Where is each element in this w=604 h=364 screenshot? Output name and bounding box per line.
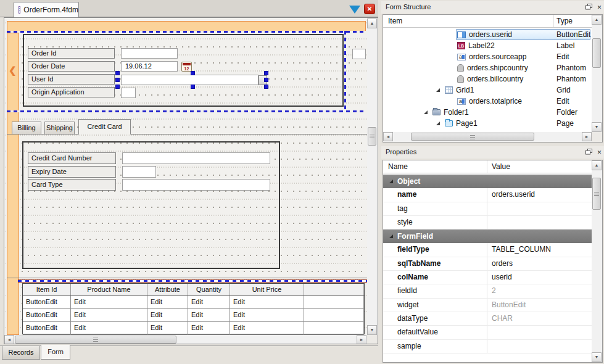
scroll-right-button[interactable]: ► [357,335,366,344]
property-row-sample[interactable]: sample [383,340,592,354]
column-header[interactable]: Item Id [23,284,71,296]
tab-shipping[interactable]: Shipping [44,122,75,134]
expiry-date-field[interactable] [122,166,156,178]
card-type-field[interactable] [122,179,270,191]
scrollbar-thumb[interactable] [411,133,534,141]
tree-horizontal-scrollbar[interactable]: ◄ ► [383,132,592,142]
property-row-defaultvalue[interactable]: defaultValue [383,326,592,339]
property-row-tag[interactable]: tag [383,202,592,216]
credit-card-number-field[interactable] [122,152,270,164]
table-cell[interactable]: ButtonEdit [23,309,71,322]
collapse-margin-icon[interactable]: ❮ [9,65,17,76]
origin-application-field[interactable] [121,88,136,98]
selection-handle[interactable] [115,71,120,75]
table-cell[interactable]: Edit [147,322,188,335]
property-row-fieldtype[interactable]: fieldType TABLE_COLUMN [383,243,592,257]
tree-expander-icon[interactable] [424,109,432,115]
properties-column-name[interactable]: Name [383,160,487,173]
tree-item-label22[interactable]: LB Label22 Label [383,40,602,51]
tree-column-item[interactable]: Item [383,15,554,27]
float-panel-icon[interactable] [585,149,593,157]
column-header[interactable]: Attribute [147,284,188,296]
tree-item-folder1[interactable]: Folder1 Folder [383,107,602,118]
selection-handle[interactable] [191,71,195,75]
scrollbar-thumb[interactable] [15,336,176,344]
property-row-style[interactable]: style [383,216,592,230]
scroll-down-button[interactable]: ▼ [367,325,377,335]
user-id-label[interactable]: User Id [28,74,115,85]
scroll-down-button[interactable]: ▼ [592,352,602,362]
tree-item-page1[interactable]: Page1 Page [383,118,602,129]
scrollbar-thumb[interactable] [592,38,601,68]
section-object[interactable]: Object [383,175,592,188]
order-date-label[interactable]: Order Date [28,61,115,72]
tab-form[interactable]: Form [41,345,70,360]
order-date-field[interactable]: 19.06.12 [121,61,178,72]
selection-handle[interactable] [115,85,120,89]
form-design-canvas[interactable]: ❮ Order Id Order Date User Id Origin App… [4,17,378,344]
table-cell[interactable]: Edit [71,296,147,309]
tree-vertical-scrollbar[interactable]: ▲ ▼ [592,15,602,132]
tab-billing[interactable]: Billing [12,122,41,134]
property-row-datatype[interactable]: dataType CHAR [383,312,592,326]
scroll-right-button[interactable]: ► [582,132,592,141]
selection-handle[interactable] [115,78,120,82]
order-id-field[interactable] [121,48,178,59]
tab-records[interactable]: Records [2,346,40,360]
tree-item-orders-totalprice[interactable]: a orders.totalprice Edit [383,96,602,107]
scrollbar-thumb[interactable] [368,127,376,146]
scroll-up-button[interactable]: ▲ [592,15,602,25]
tree-column-type[interactable]: Type [554,15,573,27]
tree-item-grid1[interactable]: Grid1 Grid [383,85,602,96]
selection-handle[interactable] [264,78,268,82]
origin-application-label[interactable]: Origin Application [28,87,115,97]
table-cell[interactable]: Edit [188,309,230,322]
table-cell[interactable]: ButtonEdit [23,296,71,309]
property-row-fieldid[interactable]: fieldId 2 [383,284,592,298]
property-row-widget[interactable]: widget ButtonEdit [383,299,592,312]
scrollbar-thumb[interactable] [592,178,601,210]
form-left-margin-strip[interactable] [7,33,19,335]
form-top-margin-strip[interactable] [7,21,366,31]
close-panel-icon[interactable]: ✕ [595,149,603,157]
items-table[interactable]: Item Id Product Name Attribute Quantity … [22,283,365,334]
table-cell[interactable]: Edit [188,296,230,309]
property-row-colname[interactable]: colName userid [383,271,592,284]
user-id-buttonedit-field[interactable] [121,75,259,85]
table-cell[interactable]: Edit [230,322,304,335]
table-cell[interactable]: Edit [71,309,147,322]
canvas-horizontal-scrollbar[interactable]: ◄ ► [4,335,367,344]
property-row-sqltabname[interactable]: sqlTabName orders [383,257,592,271]
document-tab[interactable]: OrderForm.4fdm [14,2,79,17]
validate-triangle-icon[interactable] [349,6,360,14]
properties-column-value[interactable]: Value [487,160,510,173]
scroll-up-button[interactable]: ▲ [367,19,377,28]
float-panel-icon[interactable] [585,4,593,12]
partial-field[interactable] [352,49,366,59]
scroll-left-button[interactable]: ◄ [4,335,14,344]
properties-vertical-scrollbar[interactable]: ▲ ▼ [592,160,602,362]
column-header[interactable]: Product Name [71,284,147,296]
calendar-button[interactable]: 12 [181,62,192,72]
tree-expander-icon[interactable] [436,87,445,93]
tab-credit-card[interactable]: Credit Card [78,119,131,134]
scroll-left-button[interactable]: ◄ [383,132,393,141]
table-cell[interactable]: Edit [71,322,147,335]
tree-item-orders-billcountry[interactable]: orders.billcountry Phantom [383,73,602,85]
selection-handle[interactable] [264,85,268,89]
scroll-up-button[interactable]: ▲ [592,160,602,170]
table-cell[interactable]: Edit [230,296,304,309]
tree-item-orders-sourceapp[interactable]: a orders.sourceapp Edit [383,51,602,62]
section-formfield[interactable]: FormField [383,230,592,243]
order-id-label[interactable]: Order Id [28,48,115,59]
expiry-date-label[interactable]: Expiry Date [28,166,116,178]
table-cell[interactable]: Edit [147,309,188,322]
tree-item-orders-userid[interactable]: orders.userid ButtonEdit [383,29,602,40]
property-row-name[interactable]: name orders.userid [383,188,592,202]
column-header[interactable]: Quantity [188,284,230,296]
table-cell[interactable]: Edit [147,296,188,309]
table-cell[interactable]: Edit [230,309,304,322]
scroll-down-button[interactable]: ▼ [592,122,602,132]
tree-expander-icon[interactable] [436,120,445,126]
selection-handle[interactable] [264,71,268,75]
